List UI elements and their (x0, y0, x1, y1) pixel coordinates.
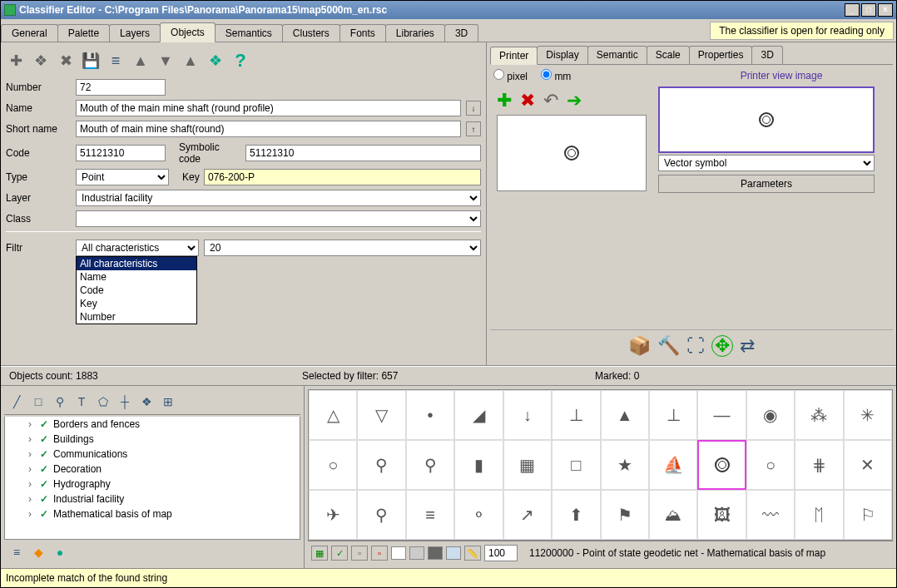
preview-add-icon[interactable]: ✚ (497, 90, 512, 111)
symbol-cell[interactable]: ⊥ (552, 390, 600, 440)
tab-objects[interactable]: Objects (160, 22, 216, 42)
symbol-cell[interactable]: ⚲ (406, 440, 454, 490)
add-icon[interactable]: ✚ (6, 51, 26, 71)
filtr-option-key[interactable]: Key (77, 297, 196, 310)
preview-canvas-small[interactable] (658, 86, 875, 153)
list-icon[interactable]: ≡ (106, 51, 126, 71)
symbol-cell[interactable]: ≡ (406, 490, 454, 540)
ruler-tool-icon[interactable]: ┼ (116, 393, 134, 411)
close-button[interactable]: × (878, 3, 893, 17)
symbol-cell[interactable]: ⁂ (795, 390, 843, 440)
polygon-tool-icon[interactable]: ⬠ (94, 393, 112, 411)
rtab-semantic[interactable]: Semantic (587, 46, 647, 64)
filtr-mode-select[interactable]: All characteristics (76, 240, 199, 256)
minimize-button[interactable]: _ (845, 3, 860, 17)
symbol-cell[interactable]: ⚲ (357, 440, 405, 490)
swatch-gray[interactable] (409, 546, 424, 560)
swatch-white[interactable] (391, 546, 406, 560)
tree-sphere-icon[interactable]: ● (51, 543, 69, 561)
copy-icon[interactable]: ❖ (31, 51, 51, 71)
shortname-up-button[interactable]: ↑ (466, 121, 481, 136)
symbol-cell[interactable]: ↓ (503, 390, 552, 440)
symbol-cell[interactable]: ⊥ (649, 390, 697, 440)
symbol-cell[interactable]: ✈ (309, 490, 357, 540)
layer-select[interactable]: Industrial facility (76, 190, 481, 206)
symbol-cell[interactable]: 🖼 (697, 490, 746, 540)
rtab-properties[interactable]: Properties (689, 46, 753, 64)
name-dropdown-button[interactable]: ↓ (466, 101, 481, 116)
symbol-cell[interactable]: ⛰ (649, 490, 697, 540)
save-icon[interactable]: 💾 (81, 51, 101, 71)
symbol-cell[interactable]: — (697, 390, 746, 440)
number-field[interactable] (76, 79, 166, 96)
layers-icon[interactable]: ❖ (206, 51, 225, 71)
line-tool-icon[interactable]: ╱ (7, 393, 26, 411)
symbol-cell[interactable]: ⬆ (552, 490, 600, 540)
text-tool-icon[interactable]: T (72, 393, 91, 411)
preview-canvas-large[interactable] (497, 115, 647, 191)
maximize-button[interactable]: □ (861, 3, 876, 17)
symbol-cell[interactable]: ↗ (503, 490, 552, 540)
symbol-cell[interactable]: ○ (309, 440, 357, 490)
rtab-display[interactable]: Display (537, 46, 587, 64)
symbol-cell[interactable]: ★ (601, 440, 649, 490)
parameters-button[interactable]: Parameters (658, 175, 875, 193)
tab-general[interactable]: General (1, 24, 58, 42)
tab-semantics[interactable]: Semantics (215, 24, 283, 42)
expand-icon[interactable]: ⛶ (686, 335, 705, 357)
zoom-field[interactable] (484, 545, 518, 561)
mm-radio[interactable]: mm (541, 69, 571, 82)
symbol-cell[interactable]: ▦ (503, 440, 552, 490)
rtab-3d[interactable]: 3D (751, 46, 782, 64)
tree-shape-icon[interactable]: ◆ (29, 543, 47, 561)
filtr-option-all[interactable]: All characteristics (77, 257, 196, 270)
layers-tool-icon[interactable]: ❖ (137, 393, 156, 411)
filtr-value-select[interactable]: 20 (204, 240, 481, 256)
swatch-dark[interactable] (428, 546, 443, 560)
tab-3d[interactable]: 3D (444, 24, 478, 42)
symbol-cell[interactable]: ◉ (746, 390, 795, 440)
symbol-cell[interactable]: △ (309, 390, 357, 440)
symbol-cell[interactable]: • (406, 390, 454, 440)
category-tree[interactable]: ✓Borders and fences ✓Buildings ✓Communic… (4, 417, 300, 540)
grid-uncheck-icon[interactable]: ▫ (351, 546, 368, 561)
symbol-cell[interactable]: ⚲ (357, 490, 405, 540)
symbol-type-select[interactable]: Vector symbol (658, 155, 875, 171)
swap-icon[interactable]: ⇄ (740, 335, 755, 357)
symbol-cell[interactable]: ⚐ (844, 490, 892, 540)
symbol-cell[interactable]: ⚑ (601, 490, 649, 540)
tab-libraries[interactable]: Libraries (385, 24, 445, 42)
hammer-icon[interactable]: 🔨 (657, 335, 680, 357)
tree-list-icon[interactable]: ≡ (7, 543, 26, 561)
symbol-cell[interactable]: ○ (746, 440, 795, 490)
help-icon[interactable]: ? (230, 51, 250, 71)
grid-check-icon[interactable]: ✓ (331, 546, 348, 561)
tab-palette[interactable]: Palette (57, 24, 110, 42)
shortname-field[interactable] (76, 121, 461, 137)
rtab-scale[interactable]: Scale (647, 46, 690, 64)
pixel-radio[interactable]: pixel (493, 69, 528, 82)
rtab-printer[interactable]: Printer (490, 47, 538, 65)
symbol-cell[interactable]: ⚬ (454, 490, 503, 540)
tab-layers[interactable]: Layers (109, 24, 161, 42)
grid-clear-icon[interactable]: ▫ (371, 546, 388, 561)
tab-clusters[interactable]: Clusters (282, 24, 340, 42)
symbol-cell[interactable]: ▲ (601, 390, 649, 440)
filtr-option-code[interactable]: Code (77, 284, 196, 297)
name-field[interactable] (76, 100, 461, 116)
filtr-option-number[interactable]: Number (77, 310, 196, 324)
symcode-field[interactable] (245, 145, 481, 161)
symbol-cell[interactable]: ⋕ (795, 440, 843, 490)
tab-fonts[interactable]: Fonts (339, 24, 386, 42)
sort3-icon[interactable]: ▲ (181, 51, 201, 71)
symbol-cell[interactable]: 〰 (746, 490, 795, 540)
symbol-cell[interactable]: ◢ (454, 390, 503, 440)
preview-redo-icon[interactable]: ➔ (567, 90, 582, 111)
delete-icon[interactable]: ✖ (56, 51, 76, 71)
symbol-cell[interactable]: ▮ (454, 440, 503, 490)
symbol-cell[interactable]: □ (552, 440, 600, 490)
preview-delete-icon[interactable]: ✖ (520, 90, 535, 111)
box-icon[interactable]: 📦 (628, 335, 651, 357)
symbol-cell[interactable]: ᛖ (795, 490, 843, 540)
class-select[interactable] (76, 210, 481, 227)
